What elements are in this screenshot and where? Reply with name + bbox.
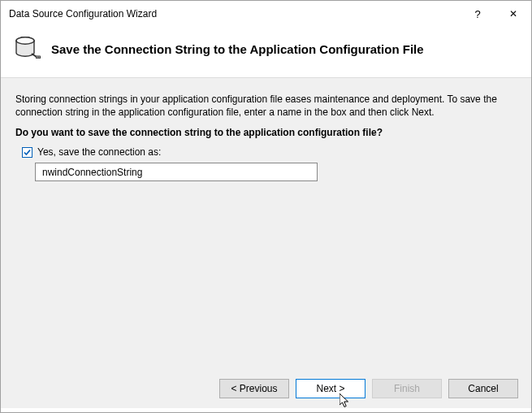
- connection-name-input[interactable]: [35, 163, 318, 181]
- cancel-button[interactable]: Cancel: [448, 379, 518, 398]
- description-text: Storing connection strings in your appli…: [15, 93, 517, 119]
- close-icon: ✕: [509, 8, 517, 20]
- database-icon: [14, 35, 41, 63]
- svg-point-1: [16, 37, 34, 44]
- svg-rect-3: [37, 56, 37, 58]
- window-title: Data Source Configuration Wizard: [9, 8, 460, 20]
- wizard-footer: < Previous Next > Finish Cancel: [1, 369, 531, 408]
- save-checkbox[interactable]: [22, 147, 32, 158]
- question-text: Do you want to save the connection strin…: [15, 127, 517, 138]
- previous-button[interactable]: < Previous: [219, 379, 289, 398]
- save-checkbox-label: Yes, save the connection as:: [37, 146, 161, 158]
- wizard-content: Storing connection strings in your appli…: [1, 78, 531, 369]
- next-button[interactable]: Next >: [296, 379, 365, 398]
- finish-button: Finish: [372, 379, 442, 398]
- help-button[interactable]: ?: [460, 2, 495, 26]
- save-checkbox-row: Yes, save the connection as:: [22, 146, 517, 158]
- help-icon: ?: [474, 8, 480, 20]
- titlebar: Data Source Configuration Wizard ? ✕: [1, 1, 531, 27]
- page-title: Save the Connection String to the Applic…: [51, 42, 424, 56]
- wizard-header: Save the Connection String to the Applic…: [1, 27, 531, 78]
- checkmark-icon: [23, 148, 32, 157]
- svg-rect-4: [39, 56, 40, 58]
- svg-rect-2: [36, 56, 41, 59]
- close-button[interactable]: ✕: [495, 2, 531, 26]
